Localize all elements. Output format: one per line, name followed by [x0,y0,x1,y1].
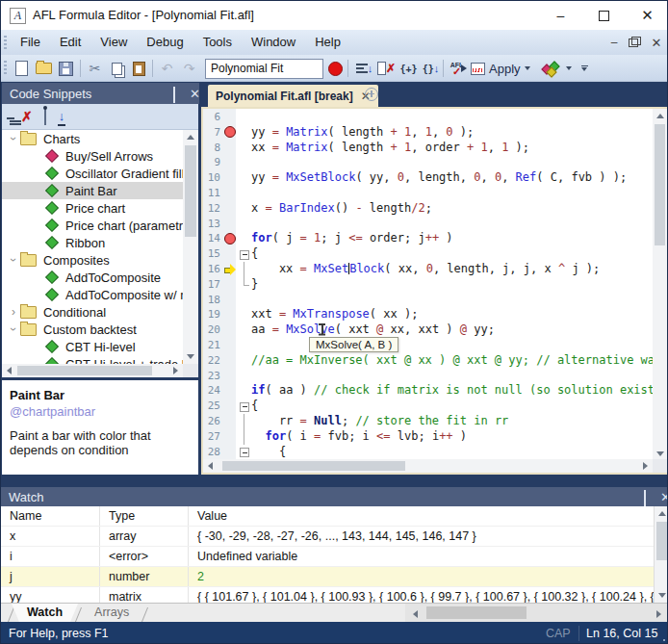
undo-button[interactable]: ↶ [158,60,176,77]
fold-collapse-icon[interactable] [240,250,249,260]
code-line-27[interactable]: 27 for( i = fvb; i <= lvb; i++ ) [203,429,653,445]
fold-margin[interactable] [239,383,251,399]
tab-polynomial-fit[interactable]: Polynomial Fit.afl [break] ✕ [208,85,378,107]
editor-margin[interactable] [223,246,239,262]
tree-item-composites[interactable]: ›Composites [2,251,183,269]
code-line-26[interactable]: 26 rr = Null; // store the fit in rr [203,414,653,429]
fold-margin[interactable] [239,110,251,125]
code-line-7[interactable]: 7yy = Matrix( length + 1, 1, 0 ); [203,125,653,141]
fold-margin[interactable] [239,262,251,277]
snippet-properties-button[interactable] [44,108,46,125]
fold-margin[interactable] [239,307,251,322]
fold-collapse-icon[interactable] [240,402,249,412]
snippets-tree[interactable]: ›ChartsBuy/Sell ArrowsOscillator Gradien… [2,130,183,364]
breakpoint-toggle-button[interactable] [326,60,345,77]
mdi-restore-button[interactable] [625,35,642,50]
tree-item-buy-sell-arrows[interactable]: Buy/Sell Arrows [2,147,183,165]
editor-margin[interactable] [223,383,239,399]
apply-button[interactable]: Apply [461,59,530,78]
code-line-11[interactable]: 11 [203,186,653,201]
editor-margin[interactable] [223,445,239,460]
fold-margin[interactable] [239,353,251,369]
copy-button[interactable] [108,60,126,77]
editor-margin[interactable] [223,141,239,156]
indent-button[interactable]: ↓ [355,60,373,77]
formula-name-input[interactable]: Polynomial Fit [205,59,323,79]
fold-margin[interactable] [239,338,251,353]
fold-margin[interactable] [239,277,251,293]
cut-button[interactable]: ✂ [86,60,104,77]
editor-margin[interactable] [223,369,239,384]
mdi-close-button[interactable]: ✕ [648,35,665,50]
pin-icon[interactable] [173,88,182,99]
editor-margin[interactable] [223,277,239,293]
code-line-10[interactable]: 10yy = MxSetBlock( yy, 0, length, 0, 0, … [203,170,653,186]
code-line-13[interactable]: 13 [203,217,653,232]
fold-margin[interactable] [239,125,251,141]
chevron-expanded-icon[interactable]: › [7,322,20,336]
editor-margin[interactable] [223,155,239,170]
code-line-17[interactable]: 17} [203,277,653,293]
resize-grip[interactable] [663,639,665,641]
close-button[interactable]: ✕ [626,1,668,30]
new-tab-icon[interactable] [365,88,378,101]
code-line-16[interactable]: 16 xx = MxSetBlock( xx, 0, length, j, j,… [203,262,653,277]
menu-window[interactable]: Window [242,30,305,55]
menu-tools[interactable]: Tools [193,30,242,55]
fold-margin[interactable] [239,293,251,308]
tree-item-oscillator-gradient-fill[interactable]: Oscillator Gradient fill [2,165,183,182]
editor-margin[interactable] [223,429,239,445]
tree-item-cbt-hi-level[interactable]: CBT Hi-level [2,338,183,355]
redo-button[interactable]: ↷ [180,60,198,77]
code-line-6[interactable]: 6 [203,110,653,125]
fold-margin[interactable] [239,414,251,429]
code-line-8[interactable]: 8xx = Matrix( length + 1, order + 1, 1 )… [203,141,653,156]
editor-margin[interactable] [223,338,239,353]
tree-item-conditional[interactable]: ›Conditional [2,303,183,321]
menu-debug[interactable]: Debug [137,30,193,55]
editor-vertical-scrollbar[interactable] [653,109,667,461]
menu-file[interactable]: File [11,30,50,55]
clear-breakpoints-button[interactable]: ✗ [377,60,396,77]
tree-item-paint-bar[interactable]: Paint Bar [2,182,183,199]
tree-item-cbt-hi-level-trade-list[interactable]: CBT Hi-level + trade list [2,355,183,364]
fold-margin[interactable] [239,217,251,232]
breakpoint-icon[interactable] [224,233,236,245]
analysis-dropdown[interactable] [563,60,575,77]
tree-item-price-chart[interactable]: Price chart [2,199,183,217]
code-line-15[interactable]: 15{ [203,246,653,262]
mdi-minimize-button[interactable]: – [605,35,623,50]
insert-section-button[interactable]: {+} [399,60,418,77]
fold-collapse-icon[interactable] [240,448,249,457]
editor-margin[interactable] [223,399,239,414]
tree-item-addtocomposite[interactable]: AddToComposite [2,269,183,286]
watch-vertical-scrollbar[interactable] [654,506,668,603]
minimize-button[interactable]: – [539,1,582,30]
paste-button[interactable] [130,60,148,77]
fold-margin[interactable] [239,399,251,414]
code-line-25[interactable]: 25{ [203,399,653,414]
fold-margin[interactable] [239,186,251,201]
code-line-22[interactable]: 22//aa = MxInverse( xxt @ xx ) @ xxt @ y… [203,353,653,369]
watch-column-value[interactable]: Value [189,506,654,526]
menu-help[interactable]: Help [305,30,350,55]
fold-margin[interactable] [239,201,251,217]
import-snippet-button[interactable]: ↓ [58,107,66,126]
editor-margin[interactable] [223,186,239,201]
fold-margin[interactable] [239,170,251,186]
delete-snippet-button[interactable]: ✗ [21,109,33,124]
fold-margin[interactable] [239,429,251,445]
editor-margin[interactable] [223,125,239,141]
editor-margin[interactable] [223,353,239,369]
fold-margin[interactable] [239,246,251,262]
editor-horizontal-scrollbar[interactable] [203,459,653,473]
editor-margin[interactable] [223,262,239,277]
fold-margin[interactable] [239,231,251,246]
send-to-analysis-button[interactable] [540,60,561,77]
open-file-button[interactable] [35,60,53,77]
code-line-23[interactable]: 23 [203,369,653,384]
watch-row-yy[interactable]: yymatrix{ { 101.67 }, { 101.04 }, { 100.… [1,587,654,603]
chevron-expanded-icon[interactable]: › [7,253,20,267]
fold-margin[interactable] [239,141,251,156]
watch-table[interactable]: NameTypeValuexarray{ -30, -29, -28, -27,… [1,506,668,603]
